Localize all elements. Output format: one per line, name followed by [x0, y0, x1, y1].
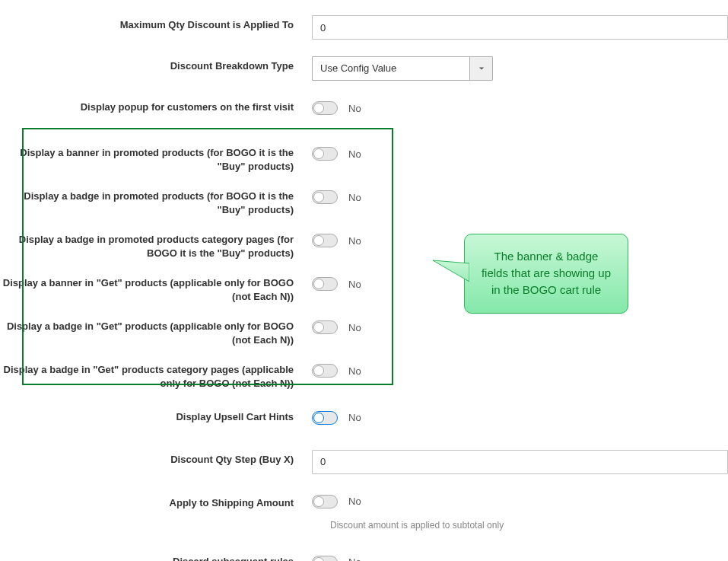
- hint-apply-shipping: Discount amount is applied to subtotal o…: [330, 520, 728, 531]
- row-badge-promoted: Display a badge in promoted products (fo…: [0, 186, 728, 216]
- label-apply-shipping: Apply to Shipping Amount: [0, 493, 312, 510]
- row-banner-promoted: Display a banner in promoted products (f…: [0, 143, 728, 173]
- toggle-apply-shipping[interactable]: [312, 495, 338, 508]
- state-discard: No: [348, 556, 361, 561]
- select-breakdown-value: Use Config Value: [313, 57, 469, 80]
- state-upsell: No: [348, 412, 361, 423]
- row-apply-shipping: Apply to Shipping Amount No Discount amo…: [0, 491, 728, 531]
- row-upsell: Display Upsell Cart Hints No: [0, 407, 728, 429]
- label-popup: Display popup for customers on the first…: [0, 97, 312, 114]
- toggle-banner-promoted[interactable]: [312, 147, 338, 161]
- row-breakdown: Discount Breakdown Type Use Config Value: [0, 56, 728, 81]
- select-breakdown[interactable]: Use Config Value: [312, 56, 493, 81]
- label-badge-promoted-category: Display a badge in promoted products cat…: [0, 230, 312, 260]
- toggle-badge-promoted[interactable]: [312, 190, 338, 204]
- label-badge-get: Display a badge in "Get" products (appli…: [0, 317, 312, 346]
- toggle-banner-get[interactable]: [312, 277, 338, 291]
- state-badge-get-category: No: [348, 365, 361, 377]
- annotation-callout: The banner & badge fields that are showi…: [464, 234, 628, 314]
- toggle-badge-get[interactable]: [312, 320, 338, 334]
- state-apply-shipping: No: [348, 496, 361, 507]
- row-discard: Discard subsequent rules No: [0, 552, 728, 561]
- label-badge-get-category: Display a badge in "Get" products catego…: [0, 360, 312, 390]
- label-upsell: Display Upsell Cart Hints: [0, 407, 312, 424]
- chevron-down-icon: [469, 57, 492, 80]
- input-qty-step[interactable]: [312, 450, 728, 474]
- state-banner-promoted: No: [348, 148, 361, 160]
- toggle-badge-get-category[interactable]: [312, 364, 338, 378]
- input-max-qty[interactable]: [312, 15, 728, 40]
- state-badge-get: No: [348, 322, 361, 333]
- toggle-popup[interactable]: [312, 101, 338, 115]
- label-qty-step: Discount Qty Step (Buy X): [0, 450, 312, 467]
- state-popup: No: [348, 103, 361, 114]
- row-badge-get: Display a badge in "Get" products (appli…: [0, 317, 728, 346]
- label-max-qty: Maximum Qty Discount is Applied To: [0, 15, 312, 32]
- toggle-discard[interactable]: [312, 556, 338, 561]
- label-breakdown: Discount Breakdown Type: [0, 56, 312, 73]
- row-popup: Display popup for customers on the first…: [0, 97, 728, 119]
- state-badge-promoted-category: No: [348, 235, 361, 247]
- label-banner-get: Display a banner in "Get" products (appl…: [0, 273, 312, 303]
- label-discard: Discard subsequent rules: [0, 552, 312, 561]
- state-badge-promoted: No: [348, 192, 361, 203]
- state-banner-get: No: [348, 279, 361, 290]
- toggle-upsell[interactable]: [312, 411, 338, 425]
- row-max-qty: Maximum Qty Discount is Applied To: [0, 15, 728, 40]
- row-qty-step: Discount Qty Step (Buy X): [0, 450, 728, 474]
- toggle-badge-promoted-category[interactable]: [312, 234, 338, 247]
- label-badge-promoted: Display a badge in promoted products (fo…: [0, 186, 312, 216]
- annotation-callout-text: The banner & badge fields that are showi…: [482, 250, 611, 296]
- row-badge-get-category: Display a badge in "Get" products catego…: [0, 360, 728, 390]
- label-banner-promoted: Display a banner in promoted products (f…: [0, 143, 312, 173]
